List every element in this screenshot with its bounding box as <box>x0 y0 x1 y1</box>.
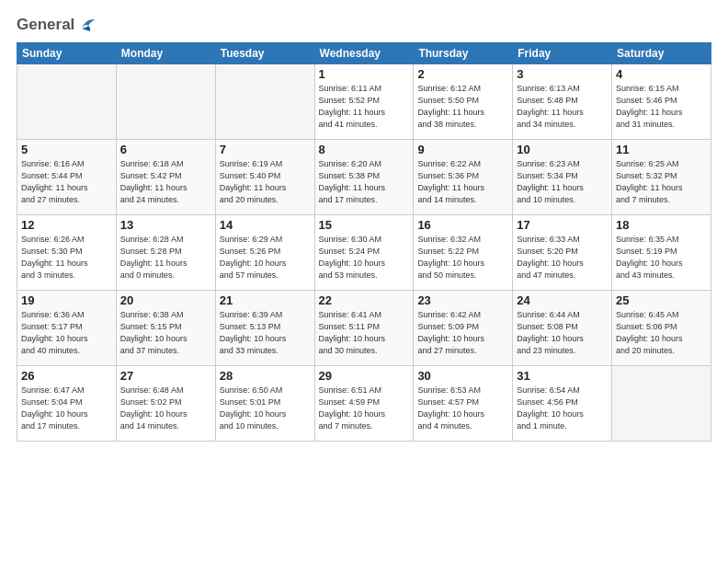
logo-general: General <box>17 16 74 34</box>
day-number: 21 <box>220 293 311 307</box>
day-info: Sunrise: 6:18 AM Sunset: 5:42 PM Dayligh… <box>120 158 211 206</box>
calendar-cell: 28Sunrise: 6:50 AM Sunset: 5:01 PM Dayli… <box>215 366 314 442</box>
calendar-container: General SundayMondayTuesdayWednesdayThur… <box>0 0 728 563</box>
calendar-cell: 9Sunrise: 6:22 AM Sunset: 5:36 PM Daylig… <box>414 140 513 215</box>
calendar-cell: 25Sunrise: 6:45 AM Sunset: 5:06 PM Dayli… <box>612 291 711 366</box>
calendar-cell: 16Sunrise: 6:32 AM Sunset: 5:22 PM Dayli… <box>414 215 513 291</box>
calendar-cell: 10Sunrise: 6:23 AM Sunset: 5:34 PM Dayli… <box>513 140 612 215</box>
day-number: 22 <box>319 293 410 307</box>
calendar-cell: 19Sunrise: 6:36 AM Sunset: 5:17 PM Dayli… <box>17 291 117 366</box>
day-number: 27 <box>120 369 211 383</box>
weekday-header-sunday: Sunday <box>17 43 117 64</box>
calendar-cell <box>215 64 314 140</box>
week-row-2: 5Sunrise: 6:16 AM Sunset: 5:44 PM Daylig… <box>17 140 711 215</box>
calendar-cell: 12Sunrise: 6:26 AM Sunset: 5:30 PM Dayli… <box>17 215 117 291</box>
calendar-cell: 4Sunrise: 6:15 AM Sunset: 5:46 PM Daylig… <box>612 64 711 140</box>
calendar-cell: 1Sunrise: 6:11 AM Sunset: 5:52 PM Daylig… <box>314 64 414 140</box>
week-row-1: 1Sunrise: 6:11 AM Sunset: 5:52 PM Daylig… <box>17 64 711 140</box>
calendar-cell <box>17 64 117 140</box>
calendar-cell <box>612 366 711 442</box>
day-info: Sunrise: 6:51 AM Sunset: 4:59 PM Dayligh… <box>319 385 410 432</box>
day-number: 2 <box>417 67 508 81</box>
day-number: 4 <box>616 67 707 81</box>
calendar-cell: 23Sunrise: 6:42 AM Sunset: 5:09 PM Dayli… <box>414 291 513 366</box>
weekday-header-row: SundayMondayTuesdayWednesdayThursdayFrid… <box>17 43 711 64</box>
calendar-cell: 30Sunrise: 6:53 AM Sunset: 4:57 PM Dayli… <box>414 366 513 442</box>
day-number: 16 <box>417 218 508 232</box>
calendar-cell: 24Sunrise: 6:44 AM Sunset: 5:08 PM Dayli… <box>513 291 612 366</box>
day-number: 13 <box>120 218 211 232</box>
day-info: Sunrise: 6:15 AM Sunset: 5:46 PM Dayligh… <box>616 83 707 131</box>
day-info: Sunrise: 6:45 AM Sunset: 5:06 PM Dayligh… <box>616 309 707 357</box>
weekday-header-friday: Friday <box>513 43 612 64</box>
day-number: 18 <box>616 218 707 232</box>
week-row-3: 12Sunrise: 6:26 AM Sunset: 5:30 PM Dayli… <box>17 215 711 291</box>
day-info: Sunrise: 6:29 AM Sunset: 5:26 PM Dayligh… <box>220 234 311 282</box>
day-info: Sunrise: 6:38 AM Sunset: 5:15 PM Dayligh… <box>120 309 211 357</box>
day-info: Sunrise: 6:48 AM Sunset: 5:02 PM Dayligh… <box>120 385 211 432</box>
weekday-header-monday: Monday <box>116 43 215 64</box>
calendar-cell: 22Sunrise: 6:41 AM Sunset: 5:11 PM Dayli… <box>314 291 414 366</box>
day-info: Sunrise: 6:44 AM Sunset: 5:08 PM Dayligh… <box>517 309 608 357</box>
calendar-cell: 26Sunrise: 6:47 AM Sunset: 5:04 PM Dayli… <box>17 366 117 442</box>
day-number: 23 <box>417 293 508 307</box>
day-info: Sunrise: 6:42 AM Sunset: 5:09 PM Dayligh… <box>417 309 508 357</box>
calendar-cell: 15Sunrise: 6:30 AM Sunset: 5:24 PM Dayli… <box>314 215 414 291</box>
calendar-cell: 5Sunrise: 6:16 AM Sunset: 5:44 PM Daylig… <box>17 140 117 215</box>
day-number: 30 <box>417 369 508 383</box>
day-number: 12 <box>21 218 112 232</box>
calendar-cell: 14Sunrise: 6:29 AM Sunset: 5:26 PM Dayli… <box>215 215 314 291</box>
calendar-cell: 3Sunrise: 6:13 AM Sunset: 5:48 PM Daylig… <box>513 64 612 140</box>
day-number: 24 <box>517 293 608 307</box>
day-info: Sunrise: 6:33 AM Sunset: 5:20 PM Dayligh… <box>517 234 608 282</box>
day-info: Sunrise: 6:35 AM Sunset: 5:19 PM Dayligh… <box>616 234 707 282</box>
day-info: Sunrise: 6:25 AM Sunset: 5:32 PM Dayligh… <box>616 158 707 206</box>
day-info: Sunrise: 6:13 AM Sunset: 5:48 PM Dayligh… <box>517 83 608 131</box>
day-number: 26 <box>21 369 112 383</box>
calendar-cell: 11Sunrise: 6:25 AM Sunset: 5:32 PM Dayli… <box>612 140 711 215</box>
calendar-cell: 21Sunrise: 6:39 AM Sunset: 5:13 PM Dayli… <box>215 291 314 366</box>
day-info: Sunrise: 6:11 AM Sunset: 5:52 PM Dayligh… <box>319 83 410 131</box>
day-info: Sunrise: 6:53 AM Sunset: 4:57 PM Dayligh… <box>417 385 508 432</box>
day-number: 20 <box>120 293 211 307</box>
weekday-header-saturday: Saturday <box>612 43 711 64</box>
day-info: Sunrise: 6:20 AM Sunset: 5:38 PM Dayligh… <box>319 158 410 206</box>
day-number: 28 <box>220 369 311 383</box>
day-info: Sunrise: 6:54 AM Sunset: 4:56 PM Dayligh… <box>517 385 608 432</box>
day-number: 11 <box>616 143 707 156</box>
day-info: Sunrise: 6:41 AM Sunset: 5:11 PM Dayligh… <box>319 309 410 357</box>
calendar-cell: 6Sunrise: 6:18 AM Sunset: 5:42 PM Daylig… <box>116 140 215 215</box>
calendar-cell: 13Sunrise: 6:28 AM Sunset: 5:28 PM Dayli… <box>116 215 215 291</box>
calendar-cell: 29Sunrise: 6:51 AM Sunset: 4:59 PM Dayli… <box>314 366 414 442</box>
calendar-cell: 20Sunrise: 6:38 AM Sunset: 5:15 PM Dayli… <box>116 291 215 366</box>
day-number: 31 <box>517 369 608 383</box>
weekday-header-tuesday: Tuesday <box>215 43 314 64</box>
day-info: Sunrise: 6:16 AM Sunset: 5:44 PM Dayligh… <box>21 158 112 206</box>
day-info: Sunrise: 6:12 AM Sunset: 5:50 PM Dayligh… <box>417 83 508 131</box>
day-info: Sunrise: 6:22 AM Sunset: 5:36 PM Dayligh… <box>417 158 508 206</box>
day-number: 25 <box>616 293 707 307</box>
day-number: 14 <box>220 218 311 232</box>
day-number: 3 <box>517 67 608 81</box>
logo: General <box>17 15 97 33</box>
day-number: 7 <box>220 143 311 156</box>
calendar-cell: 2Sunrise: 6:12 AM Sunset: 5:50 PM Daylig… <box>414 64 513 140</box>
day-info: Sunrise: 6:47 AM Sunset: 5:04 PM Dayligh… <box>21 385 112 432</box>
day-info: Sunrise: 6:50 AM Sunset: 5:01 PM Dayligh… <box>220 385 311 432</box>
calendar-cell: 8Sunrise: 6:20 AM Sunset: 5:38 PM Daylig… <box>314 140 414 215</box>
day-number: 15 <box>319 218 410 232</box>
day-number: 10 <box>517 143 608 156</box>
week-row-4: 19Sunrise: 6:36 AM Sunset: 5:17 PM Dayli… <box>17 291 711 366</box>
day-info: Sunrise: 6:36 AM Sunset: 5:17 PM Dayligh… <box>21 309 112 357</box>
calendar-cell: 31Sunrise: 6:54 AM Sunset: 4:56 PM Dayli… <box>513 366 612 442</box>
day-info: Sunrise: 6:26 AM Sunset: 5:30 PM Dayligh… <box>21 234 112 282</box>
day-number: 8 <box>319 143 410 156</box>
day-number: 29 <box>319 369 410 383</box>
calendar-cell: 17Sunrise: 6:33 AM Sunset: 5:20 PM Dayli… <box>513 215 612 291</box>
day-number: 19 <box>21 293 112 307</box>
weekday-header-wednesday: Wednesday <box>314 43 414 64</box>
day-number: 6 <box>120 143 211 156</box>
calendar-cell: 18Sunrise: 6:35 AM Sunset: 5:19 PM Dayli… <box>612 215 711 291</box>
day-number: 9 <box>417 143 508 156</box>
day-number: 17 <box>517 218 608 232</box>
